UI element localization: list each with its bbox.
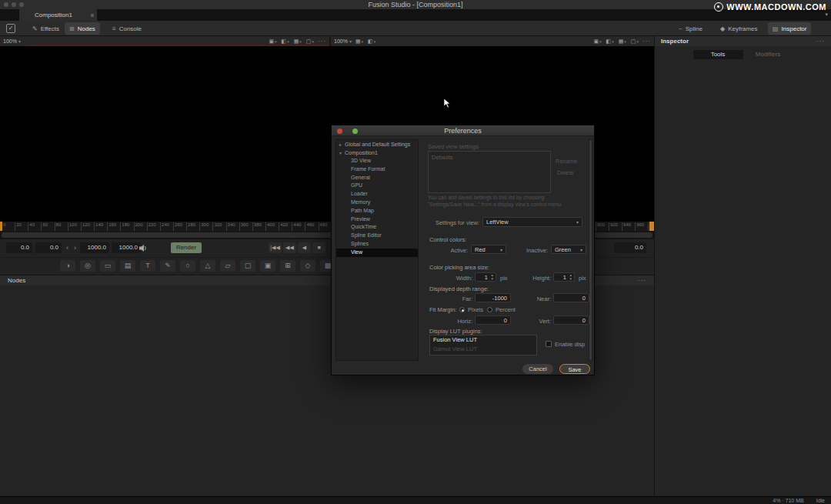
tool-icon[interactable]: ▣ xyxy=(260,260,275,272)
nodes-panel-options-icon[interactable]: ··· xyxy=(638,277,646,284)
percent-label[interactable]: Percent xyxy=(496,306,516,313)
pref-tree-item[interactable]: General xyxy=(336,174,418,182)
tool-icon[interactable]: ◑ xyxy=(60,260,75,272)
cancel-button[interactable]: Cancel xyxy=(522,364,553,374)
lut-plugin-item[interactable]: Gamut View LUT xyxy=(430,345,536,354)
pref-tree-item[interactable]: 3D View xyxy=(336,157,418,165)
pixels-label[interactable]: Pixels xyxy=(468,306,483,313)
pref-tree-item[interactable]: Spline Editor xyxy=(336,232,418,240)
far-field[interactable]: -1000 xyxy=(475,293,511,302)
tab-tools[interactable]: Tools xyxy=(693,50,743,59)
viewer-icon-dropdown[interactable]: ▦▾ xyxy=(355,38,363,45)
tab-overflow-icon[interactable]: ▾ xyxy=(825,12,828,18)
enable-display-lut-label[interactable]: Enable disp xyxy=(555,341,585,348)
left-viewer-options-icon[interactable]: ··· xyxy=(318,38,326,45)
delete-button[interactable]: Delete xyxy=(557,169,574,176)
play-reverse-button[interactable]: ◀ xyxy=(298,242,311,253)
render-range-start-marker[interactable] xyxy=(0,222,2,231)
scrollbar-thumb[interactable] xyxy=(589,140,592,360)
viewer-icon-dropdown[interactable]: ▢▾ xyxy=(306,38,314,45)
left-viewer-zoom-dropdown[interactable]: 100% ▾ xyxy=(3,38,21,44)
tool-icon[interactable]: ▭ xyxy=(100,260,115,272)
step-forward-icon[interactable]: › xyxy=(74,244,76,252)
active-color-dropdown[interactable]: Red ▾ xyxy=(471,245,506,254)
keyframes-button[interactable]: ◆ Keyframes xyxy=(716,22,762,35)
tree-root-global[interactable]: ▸Global and Default Settings xyxy=(336,140,418,149)
pref-tree-item[interactable]: Splines xyxy=(336,240,418,249)
tool-icon[interactable]: ◎ xyxy=(80,260,95,272)
stepper-icon[interactable]: ▲▼ xyxy=(569,273,572,281)
tab-close-icon[interactable]: × xyxy=(88,12,97,19)
current-time-field[interactable]: 0.0 xyxy=(6,242,32,253)
tool-icon[interactable]: ✎ xyxy=(160,260,175,272)
viewer-icon-dropdown[interactable]: ▦▾ xyxy=(294,38,302,45)
tab-composition1[interactable]: Composition1 × xyxy=(19,9,97,21)
viewer-icon-dropdown[interactable]: ▣▾ xyxy=(269,38,276,45)
horiz-field[interactable]: 0 xyxy=(475,315,511,325)
tool-icon[interactable]: ▢ xyxy=(240,260,255,272)
current-time-field-2[interactable]: 0.0 xyxy=(35,242,62,253)
saved-settings-list[interactable]: Defaults xyxy=(428,151,551,193)
preferences-scrollbar[interactable] xyxy=(589,139,592,361)
saved-setting-item[interactable]: Defaults xyxy=(429,152,550,163)
settings-for-view-dropdown[interactable]: LeftView ▾ xyxy=(482,217,582,227)
tab-modifiers[interactable]: Modifiers xyxy=(743,50,793,59)
inspector-options-icon[interactable]: ··· xyxy=(816,38,825,45)
spline-button[interactable]: ~ Spline xyxy=(674,22,707,35)
chevron-down-icon[interactable]: ▾ xyxy=(339,149,345,158)
effects-button[interactable]: ✎ Effects xyxy=(28,22,64,35)
pref-tree-item[interactable]: Memory xyxy=(336,199,418,207)
pref-tree-item[interactable]: Path Map xyxy=(336,207,418,215)
pref-tree-item[interactable]: GPU xyxy=(336,182,418,190)
stop-button[interactable]: ■ xyxy=(312,242,325,253)
step-back-icon[interactable]: ‹ xyxy=(66,244,68,252)
width-field[interactable]: 1 ▲▼ xyxy=(475,272,496,282)
playback-value-field[interactable]: 0.0 xyxy=(614,242,646,253)
tool-icon[interactable]: ⊞ xyxy=(280,260,295,272)
tool-icon[interactable]: ○ xyxy=(180,260,195,272)
inspector-button[interactable]: ▤ Inspector xyxy=(768,22,811,35)
tool-icon[interactable]: ▤ xyxy=(120,260,135,272)
height-field[interactable]: 1 ▲▼ xyxy=(553,272,575,282)
enable-display-lut-checkbox[interactable] xyxy=(546,341,552,347)
viewer-icon-dropdown[interactable]: ▣▾ xyxy=(593,38,601,45)
nodes-button[interactable]: ⊞ Nodes xyxy=(65,22,100,35)
viewer-icon-dropdown[interactable]: ◧▾ xyxy=(606,38,614,45)
vert-field[interactable]: 0 xyxy=(553,315,589,325)
pref-tree-item[interactable]: Frame Format xyxy=(336,165,418,174)
audio-mute-icon[interactable] xyxy=(138,244,149,252)
console-button[interactable]: ≡ Console xyxy=(108,22,146,35)
save-button[interactable]: Save xyxy=(559,364,590,374)
near-field[interactable]: 0 xyxy=(553,293,589,302)
right-viewer-options-icon[interactable]: ··· xyxy=(642,38,651,45)
pref-tree-item[interactable]: QuickTime xyxy=(336,223,418,232)
fast-rewind-button[interactable]: ◀◀ xyxy=(283,242,296,253)
pixels-radio[interactable] xyxy=(459,307,465,312)
range-start-field[interactable]: 1000.0 xyxy=(80,242,109,253)
viewer-icon-dropdown[interactable]: ◧▾ xyxy=(282,38,289,45)
go-to-start-button[interactable]: |◀◀ xyxy=(269,242,282,253)
render-button[interactable]: Render xyxy=(171,242,202,253)
rename-button[interactable]: Rename xyxy=(556,158,577,165)
pref-tree-item[interactable]: View xyxy=(336,249,418,257)
tree-root-composition[interactable]: ▾Composition1 xyxy=(336,149,418,157)
tool-icon[interactable]: △ xyxy=(200,260,215,272)
inactive-color-dropdown[interactable]: Green ▾ xyxy=(551,245,586,254)
right-viewer-zoom-dropdown[interactable]: 100% ▾ xyxy=(334,38,352,44)
viewer-icon-dropdown[interactable]: ▢▾ xyxy=(631,38,639,45)
select-tool-icon[interactable]: ✓ xyxy=(6,24,15,33)
percent-radio[interactable] xyxy=(487,307,492,312)
lut-list[interactable]: Fusion View LUTGamut View LUT xyxy=(429,335,537,355)
tool-icon[interactable]: T xyxy=(140,260,155,272)
lut-plugin-item[interactable]: Fusion View LUT xyxy=(430,335,536,345)
pref-tree-item[interactable]: Loader xyxy=(336,190,418,199)
range-end-field[interactable]: 1000.0 xyxy=(112,242,141,253)
tool-icon[interactable]: ◇ xyxy=(300,260,315,272)
viewer-icon-dropdown[interactable]: ▦▾ xyxy=(619,38,626,45)
pref-tree-item[interactable]: Preview xyxy=(336,215,418,224)
stepper-icon[interactable]: ▲▼ xyxy=(491,273,494,281)
viewer-icon-dropdown[interactable]: ◧▾ xyxy=(368,38,375,45)
ruler-tick: 180 xyxy=(120,222,129,231)
tool-icon[interactable]: ▱ xyxy=(220,260,235,272)
preferences-title-bar[interactable]: Preferences xyxy=(332,125,594,136)
